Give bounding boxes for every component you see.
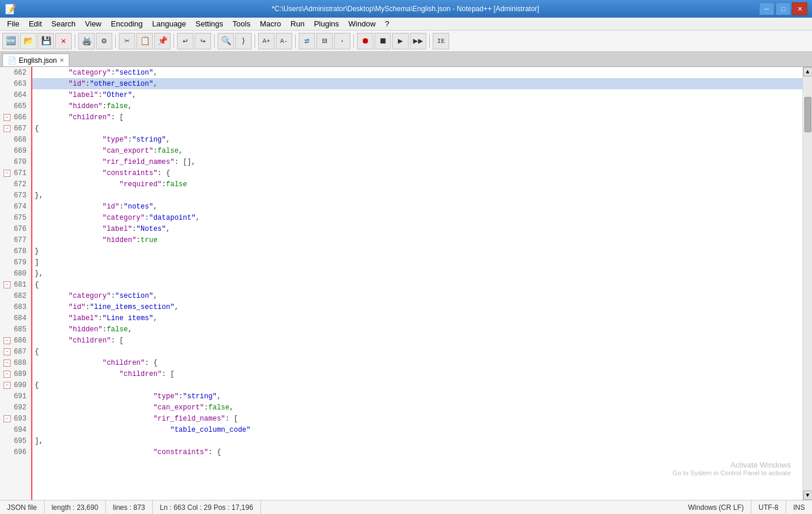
code-line-667[interactable]: { (32, 123, 803, 134)
tab-label: English.json (19, 56, 57, 65)
new-button[interactable]: 🆕 (2, 33, 19, 49)
menu-window[interactable]: Window (344, 18, 380, 29)
fold-marker-671[interactable]: − (4, 170, 11, 177)
print-settings[interactable]: ⚙️ (96, 33, 112, 49)
save-button[interactable]: 💾 (38, 33, 54, 49)
menu-search[interactable]: Search (46, 18, 80, 29)
menu-view[interactable]: View (81, 18, 106, 29)
menu-language[interactable]: Language (148, 18, 191, 29)
menu-file[interactable]: File (2, 18, 24, 29)
code-line-665[interactable]: "hidden": false, (32, 100, 803, 112)
scroll-down-button[interactable]: ▼ (803, 491, 813, 500)
code-line-678[interactable]: } (32, 246, 803, 257)
code-line-683[interactable]: "id": "line_items_section", (32, 301, 803, 313)
code-line-669[interactable]: "can_export": false, (32, 145, 803, 156)
tab-close-button[interactable]: ✕ (59, 57, 64, 63)
code-content[interactable]: "category": "section", "id": "other_sect… (32, 67, 803, 500)
fold-marker-693[interactable]: − (4, 415, 11, 422)
code-line-679[interactable]: ] (32, 257, 803, 268)
ws-button[interactable]: · (334, 33, 350, 49)
minimize-button[interactable]: ─ (759, 2, 774, 15)
tab-english-json[interactable]: 📄 English.json ✕ (2, 53, 69, 66)
scroll-up-button[interactable]: ▲ (803, 67, 813, 76)
line-number-679: 679 (2, 257, 29, 268)
zoom-out[interactable]: A- (276, 33, 292, 49)
code-line-695[interactable]: ], (32, 435, 803, 446)
menu-settings[interactable]: Settings (191, 18, 228, 29)
menu-run[interactable]: Run (286, 18, 309, 29)
code-line-677[interactable]: "hidden": true (32, 234, 803, 246)
menu-edit[interactable]: Edit (24, 18, 46, 29)
fold-marker-681[interactable]: − (4, 281, 11, 288)
status-line-endings: Windows (CR LF) (681, 500, 751, 514)
code-line-674[interactable]: "id": "notes", (32, 201, 803, 212)
menu-plugins[interactable]: Plugins (309, 18, 344, 29)
undo-button[interactable]: ↩ (177, 33, 193, 49)
close-button-tb[interactable]: ✕ (55, 33, 72, 49)
line-number-680: 680 (2, 268, 29, 279)
code-line-673[interactable]: }, (32, 190, 803, 201)
code-line-691[interactable]: "type": "string", (32, 391, 803, 402)
fold-marker-666[interactable]: − (4, 114, 11, 121)
code-line-664[interactable]: "label": "Other", (32, 89, 803, 100)
code-line-684[interactable]: "label": "Line items", (32, 313, 803, 324)
code-line-672[interactable]: "required": false (32, 179, 803, 190)
code-line-671[interactable]: "constraints": { (32, 167, 803, 179)
fold-marker-686[interactable]: − (4, 337, 11, 344)
line-number-693: −693 (2, 413, 29, 424)
code-line-676[interactable]: "label": "Notes", (32, 223, 803, 234)
menu-help[interactable]: ? (380, 18, 394, 29)
macro-record[interactable]: ⏺ (357, 33, 373, 49)
code-line-681[interactable]: { (32, 279, 803, 290)
line-number-696: 696 (2, 446, 29, 458)
code-line-690[interactable]: { (32, 379, 803, 391)
code-line-675[interactable]: "category": "datapoint", (32, 212, 803, 223)
fold-marker-690[interactable]: − (4, 382, 11, 389)
open-button[interactable]: 📂 (20, 33, 36, 49)
scroll-thumb[interactable] (804, 97, 811, 132)
copy-button[interactable]: 📋 (136, 33, 153, 49)
code-line-663[interactable]: "id": "other_section", (32, 78, 803, 89)
code-line-696[interactable]: "constraints": { (32, 446, 803, 458)
fold-marker-667[interactable]: − (4, 125, 11, 132)
code-line-687[interactable]: { (32, 346, 803, 357)
code-line-694[interactable]: "table_column_code" (32, 424, 803, 435)
wrap-button[interactable]: ⇌ (299, 33, 315, 49)
macro-playback[interactable]: ▶▶ (410, 33, 426, 49)
indent-button[interactable]: ⊟ (316, 33, 333, 49)
code-line-668[interactable]: "type": "string", (32, 134, 803, 145)
code-line-685[interactable]: "hidden": false, (32, 324, 803, 335)
menu-tools[interactable]: Tools (228, 18, 255, 29)
code-line-689[interactable]: "children": [ (32, 368, 803, 379)
code-line-682[interactable]: "category": "section", (32, 290, 803, 301)
paste-button[interactable]: 📌 (154, 33, 171, 49)
code-line-662[interactable]: "category": "section", (32, 67, 803, 78)
find-button[interactable]: 🔍 (218, 33, 234, 49)
code-line-670[interactable]: "rir_field_names": [], (32, 156, 803, 167)
macro-play[interactable]: ▶ (392, 33, 409, 49)
macro-stop[interactable]: ⏹ (375, 33, 391, 49)
fold-marker-688[interactable]: − (4, 360, 11, 367)
maximize-button[interactable]: □ (776, 2, 791, 15)
launch-in-browser[interactable]: IE (433, 33, 449, 49)
cut-button[interactable]: ✂️ (119, 33, 135, 49)
find-next[interactable]: ⟩ (235, 33, 252, 49)
code-line-688[interactable]: "children": { (32, 357, 803, 368)
zoom-in[interactable]: A+ (258, 33, 275, 49)
code-line-693[interactable]: "rir_field_names": [ (32, 413, 803, 424)
line-number-668: 668 (2, 134, 29, 145)
code-line-692[interactable]: "can_export": false, (32, 402, 803, 413)
fold-marker-689[interactable]: − (4, 371, 11, 378)
print-button[interactable]: 🖨️ (78, 33, 95, 49)
code-line-686[interactable]: "children": [ (32, 335, 803, 346)
vertical-scrollbar[interactable]: ▲ ▼ (803, 67, 812, 500)
menu-encoding[interactable]: Encoding (106, 18, 148, 29)
scroll-track[interactable] (804, 76, 812, 491)
code-line-666[interactable]: "children": [ (32, 112, 803, 123)
fold-marker-687[interactable]: − (4, 348, 11, 355)
status-encoding: UTF-8 (751, 500, 786, 514)
redo-button[interactable]: ↪ (195, 33, 211, 49)
close-button[interactable]: ✕ (792, 2, 807, 15)
code-line-680[interactable]: }, (32, 268, 803, 279)
menu-macro[interactable]: Macro (255, 18, 286, 29)
